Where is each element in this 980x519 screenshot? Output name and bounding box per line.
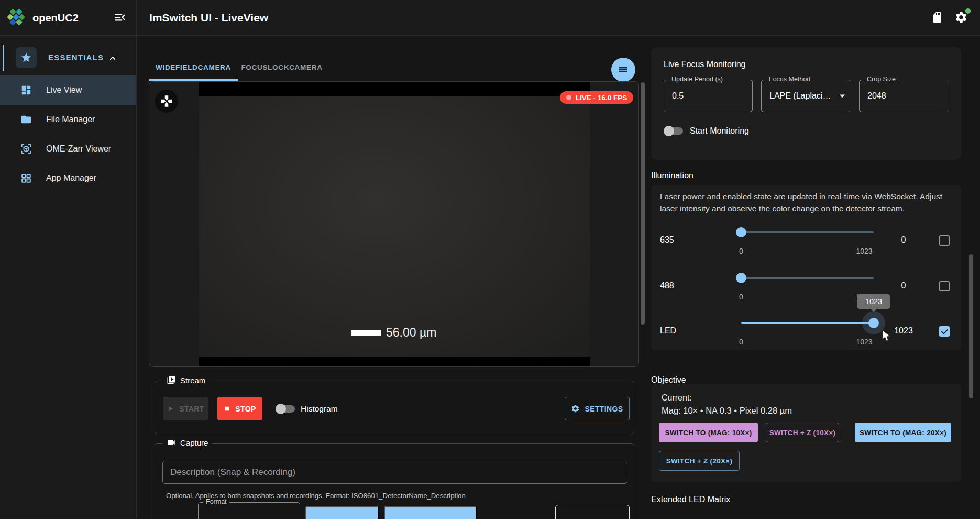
menu-open-icon: [113, 10, 127, 24]
slider-max-label: 1023: [853, 247, 876, 255]
essentials-badge: [16, 47, 37, 68]
led-slider[interactable]: [741, 322, 874, 324]
settings-label: SETTINGS: [585, 405, 623, 413]
openuc2-logo: [7, 7, 28, 28]
description-input[interactable]: [162, 461, 627, 484]
tab-label: WIDEFIELDCAMERA: [156, 63, 231, 71]
crop-size-value: 2048: [867, 80, 934, 112]
menu-icon: [617, 63, 630, 76]
switch-z-10x-button[interactable]: SWITCH + Z (10X×): [766, 423, 839, 442]
laser-635-label: 635: [660, 235, 674, 245]
switch-mag-10x-button[interactable]: SWITCH TO (MAG: 10X×): [659, 423, 758, 442]
active-tab-indicator: [149, 79, 238, 81]
sidebar-item-label: App Manager: [46, 164, 96, 193]
scale-bar: [351, 330, 381, 336]
start-stream-button[interactable]: START: [163, 397, 208, 420]
sidebar-item-ome-zarr-viewer[interactable]: OME-Zarr Viewer: [0, 134, 136, 164]
live-focus-monitoring-card: Live Focus Monitoring Update Period (s) …: [651, 47, 961, 160]
capture-section: Capture Optional. Applies to both snapsh…: [155, 443, 634, 519]
format-select[interactable]: Format: [198, 502, 300, 519]
illumination-card: Laser power and enabled state are update…: [651, 185, 961, 350]
sidebar-section-essentials[interactable]: ESSENTIALS: [0, 45, 136, 71]
sidebar-divider: [136, 0, 137, 519]
settings-gear-button[interactable]: [953, 10, 969, 25]
focus-method-value: LAPE (Laplaci…: [769, 80, 836, 112]
sidebar-item-app-manager[interactable]: App Manager: [0, 164, 136, 193]
led-enable-checkbox[interactable]: [939, 326, 950, 337]
start-monitoring-toggle[interactable]: [664, 125, 685, 137]
switch-z-20x-button[interactable]: SWITCH + Z (20X×): [659, 451, 740, 471]
live-status-badge: LIVE · 16.0 FPS: [560, 91, 633, 104]
star-icon: [20, 52, 32, 63]
scale-bar-label: 56.00 µm: [386, 326, 436, 340]
focus-method-select[interactable]: Focus Method LAPE (Laplaci…: [761, 80, 851, 112]
videocam-icon: [167, 438, 176, 447]
sd-card-button[interactable]: [929, 10, 945, 25]
capture-action-button-1[interactable]: [305, 506, 379, 519]
play-icon: [167, 405, 174, 413]
histogram-toggle[interactable]: [276, 403, 296, 415]
crop-size-field[interactable]: Crop Size 2048: [859, 80, 949, 112]
capture-legend-label: Capture: [180, 438, 208, 447]
objective-card: Current: Mag: 10× • NA 0.3 • Pixel 0.28 …: [651, 384, 961, 482]
pan-control-button[interactable]: [155, 90, 178, 113]
slider-max-label: 1023: [853, 338, 876, 346]
chevron-up-icon[interactable]: [107, 53, 118, 63]
laser-488-value: 0: [883, 281, 924, 290]
stop-label: STOP: [235, 405, 256, 413]
sidebar: ESSENTIALS Live View File Manager OME-Za…: [0, 36, 136, 519]
capture-action-button-2[interactable]: [384, 506, 477, 519]
start-label: START: [179, 405, 204, 413]
laser-635-slider[interactable]: [741, 231, 874, 233]
camera-sensor-image: [199, 96, 590, 357]
page-title: ImSwitch UI - LiveView: [149, 0, 268, 35]
tab-label: FOCUSLOCKCAMERA: [241, 63, 322, 71]
sd-card-icon: [931, 11, 943, 24]
cursor-pointer: [882, 330, 893, 342]
stream-legend: Stream: [162, 375, 210, 385]
pan-dpad-icon: [160, 94, 173, 108]
histogram-label: Histogram: [301, 397, 338, 420]
capture-legend: Capture: [162, 438, 212, 447]
dashboard-icon: [20, 84, 32, 96]
format-label: Format: [203, 498, 229, 505]
sidebar-item-label: Live View: [46, 75, 82, 105]
stream-icon: [167, 375, 176, 385]
slider-thumb[interactable]: [868, 318, 879, 328]
update-period-field[interactable]: Update Period (s) 0.5: [664, 80, 753, 112]
sidebar-item-file-manager[interactable]: File Manager: [0, 105, 136, 134]
slider-min-label: 0: [731, 247, 752, 255]
focus-card-title: Live Focus Monitoring: [664, 60, 746, 69]
slider-min-label: 0: [731, 338, 752, 346]
stream-legend-label: Stream: [180, 376, 205, 385]
tab-focuslockcamera[interactable]: FOCUSLOCKCAMERA: [241, 56, 323, 79]
live-badge-text: LIVE · 16.0 FPS: [576, 94, 627, 102]
stop-stream-button[interactable]: STOP: [217, 397, 262, 420]
laser-635-value: 0: [883, 235, 924, 245]
slider-min-label: 0: [731, 293, 752, 301]
laser-488-enable-checkbox[interactable]: [939, 281, 950, 291]
live-dot: [566, 95, 571, 100]
stop-icon: [224, 405, 230, 412]
viewer-column-scrollbar[interactable]: [641, 82, 645, 325]
section-active-bar: [3, 45, 4, 71]
objective-current-label: Current:: [662, 393, 692, 403]
laser-488-slider[interactable]: [741, 277, 874, 279]
live-view-panel: LIVE · 16.0 FPS 56.00 µm: [149, 81, 639, 367]
slider-thumb[interactable]: [736, 273, 746, 283]
update-period-value: 0.5: [672, 80, 737, 112]
tab-widefieldcamera[interactable]: WIDEFIELDCAMERA: [149, 56, 238, 79]
sidebar-item-label: File Manager: [46, 105, 95, 134]
slider-thumb[interactable]: [736, 227, 746, 237]
connection-status-dot: [965, 8, 971, 14]
capture-action-button-3[interactable]: [555, 505, 630, 519]
laser-635-enable-checkbox[interactable]: [939, 235, 950, 246]
page-scrollbar[interactable]: [969, 254, 973, 398]
viewer-menu-button[interactable]: [611, 58, 635, 82]
sidebar-item-live-view[interactable]: Live View: [0, 75, 136, 105]
stream-settings-button[interactable]: SETTINGS: [565, 397, 630, 420]
switch-mag-20x-button[interactable]: SWITCH TO (MAG: 20X×): [855, 423, 951, 442]
sidebar-collapse-button[interactable]: [112, 10, 128, 25]
slider-value-tooltip: 1023: [857, 294, 890, 309]
objective-current-value: Mag: 10× • NA 0.3 • Pixel 0.28 µm: [662, 406, 792, 416]
